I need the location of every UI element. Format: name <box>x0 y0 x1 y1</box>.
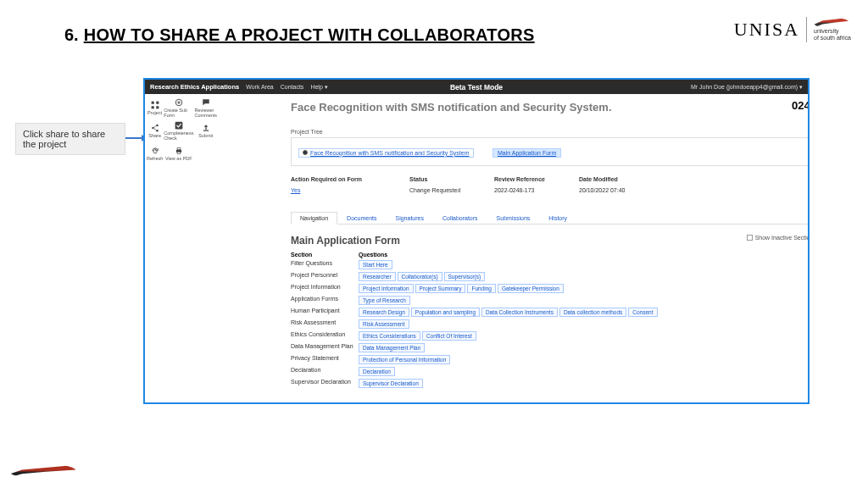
question-button[interactable]: Gatekeeper Permission <box>498 284 564 293</box>
brand-block: UNISA university of south africa <box>734 17 851 42</box>
project-id: 0248 <box>792 99 808 112</box>
tree-child[interactable]: Main Application Form <box>492 148 561 158</box>
sidebar-label: View as PDF <box>165 156 192 161</box>
section-name: Application Forms <box>291 296 359 302</box>
project-tree: Face Recognition with SMS notification a… <box>291 137 808 166</box>
ref-value: 2022-0248-173 <box>494 187 579 193</box>
tab-collaborators[interactable]: Collaborators <box>433 212 487 225</box>
section-name: Supervisor Declaration <box>291 379 359 385</box>
tab-submissions[interactable]: Submissions <box>487 212 540 225</box>
callout-text: Click share to share the project <box>23 129 105 149</box>
tab-signatures[interactable]: Signatures <box>386 212 432 225</box>
question-button[interactable]: Funding <box>467 284 496 293</box>
question-button[interactable]: Declaration <box>359 367 395 376</box>
user-menu[interactable]: Mr John Doe (johndoeapp4@gmail.com) ▾ <box>691 84 803 91</box>
share-icon <box>150 123 159 132</box>
action-link[interactable]: Yes <box>291 187 300 193</box>
question-button[interactable]: Data Management Plan <box>359 343 425 352</box>
tree-root-link[interactable]: Face Recognition with SMS notification a… <box>310 150 470 156</box>
nav-help[interactable]: Help ▾ <box>310 84 327 91</box>
tree-label: Project Tree <box>291 129 808 135</box>
section-name: Data Management Plan <box>291 343 359 349</box>
topbar-left: Research Ethics Applications Work Area C… <box>150 83 328 91</box>
action-table-header: Action Required on Form Status Review Re… <box>291 176 808 182</box>
refresh-icon <box>150 146 159 155</box>
tree-child-link[interactable]: Main Application Form <box>498 150 556 156</box>
svg-point-6 <box>152 126 154 129</box>
question-button[interactable]: Supervisor Declaration <box>359 379 423 388</box>
svg-point-7 <box>156 129 159 131</box>
th-status: Status <box>409 176 494 182</box>
brand-subtext: university of south africa <box>814 18 851 42</box>
section-name: Risk Assessment <box>291 319 359 325</box>
question-button[interactable]: Data collection methods <box>559 308 626 317</box>
section-row: Filter QuestionsStart Here <box>291 260 808 269</box>
flame-swoosh-icon <box>814 18 849 28</box>
tab-documents[interactable]: Documents <box>337 212 386 225</box>
question-button[interactable]: Ethics Considerations <box>359 331 420 341</box>
sidebar-item-project[interactable]: Project <box>147 97 163 119</box>
section-row: Supervisor DeclarationSupervisor Declara… <box>291 379 808 388</box>
question-button[interactable]: Collaborator(s) <box>398 272 442 281</box>
section-questions: Data Management Plan <box>359 343 808 352</box>
sidebar-item-share[interactable]: Share <box>147 119 163 141</box>
brand-sub1: university <box>814 28 851 35</box>
question-button[interactable]: Project Information <box>359 284 414 293</box>
section-row: Human ParticipantResearch DesignPopulati… <box>291 308 808 317</box>
question-button[interactable]: Type of Research <box>359 296 410 305</box>
topbar-brand[interactable]: Research Ethics Applications <box>150 83 239 91</box>
svg-rect-8 <box>175 121 182 129</box>
svg-rect-11 <box>177 147 181 150</box>
question-button[interactable]: Population and sampling <box>411 308 480 317</box>
sidebar-label: Completeness Check <box>164 130 193 141</box>
section-row: Ethics ConsiderationEthics Consideration… <box>291 331 808 341</box>
footer-swoosh-icon <box>8 464 76 478</box>
date-value: 20/10/2022 07:40 <box>579 187 808 193</box>
section-questions: Supervisor Declaration <box>359 379 808 388</box>
question-button[interactable]: Risk Assessment <box>359 319 409 329</box>
question-button[interactable]: Data Collection Instruments <box>481 308 558 317</box>
status-value: Change Requested <box>409 187 494 193</box>
question-button[interactable]: Protection of Personal Information <box>359 355 450 364</box>
tab-history[interactable]: History <box>539 212 576 225</box>
main-application-form-title: Main Application Form <box>291 235 808 247</box>
app-body: Project Create Sub Form Reviewer Comment… <box>145 94 808 402</box>
tab-navigation[interactable]: Navigation <box>291 212 337 225</box>
nav-workarea[interactable]: Work Area <box>246 84 274 90</box>
question-button[interactable]: Researcher <box>359 272 396 281</box>
section-row: Project InformationProject InformationPr… <box>291 284 808 293</box>
section-row: Privacy StatementProtection of Personal … <box>291 355 808 364</box>
nav-contacts[interactable]: Contacts <box>281 84 304 90</box>
question-button[interactable]: Start Here <box>359 260 392 269</box>
slide-header: 6. HOW TO SHARE A PROJECT WITH COLLABORA… <box>64 25 535 45</box>
sidebar-item-refresh[interactable]: Refresh <box>147 142 163 164</box>
sidebar-label: Create Sub Form <box>164 108 193 118</box>
question-button[interactable]: Conflict Of Interest <box>422 331 476 341</box>
show-inactive-toggle[interactable]: Show Inactive Sections <box>747 235 808 241</box>
svg-rect-0 <box>151 101 153 103</box>
sidebar-item-view-as-pdf[interactable]: View as PDF <box>164 142 193 164</box>
sidebar-item-create-sub-form[interactable]: Create Sub Form <box>164 97 193 119</box>
print-icon <box>174 146 183 155</box>
checkbox-icon[interactable] <box>747 235 753 241</box>
section-questions: Declaration <box>359 367 808 376</box>
tree-root[interactable]: Face Recognition with SMS notification a… <box>298 148 474 158</box>
inactive-label: Show Inactive Sections <box>755 235 808 241</box>
th-action: Action Required on Form <box>291 176 409 182</box>
brand-sub2: of south africa <box>814 35 851 42</box>
beta-label: Beta Test Mode <box>450 83 503 92</box>
svg-rect-1 <box>156 101 159 103</box>
th-ref: Review Reference <box>494 176 579 182</box>
question-button[interactable]: Project Summary <box>415 284 466 293</box>
slide-title: HOW TO SHARE A PROJECT WITH COLLABORATOR… <box>84 25 535 45</box>
svg-rect-3 <box>156 106 159 108</box>
svg-point-5 <box>156 124 159 126</box>
svg-rect-2 <box>151 106 153 108</box>
svg-rect-12 <box>177 152 181 154</box>
sidebar-item-completeness-check[interactable]: Completeness Check <box>164 119 193 141</box>
question-button[interactable]: Consent <box>628 308 657 317</box>
section-name: Human Participant <box>291 308 359 313</box>
section-questions: Risk Assessment <box>359 319 808 329</box>
question-button[interactable]: Research Design <box>359 308 409 317</box>
question-button[interactable]: Supervisor(s) <box>444 272 486 281</box>
